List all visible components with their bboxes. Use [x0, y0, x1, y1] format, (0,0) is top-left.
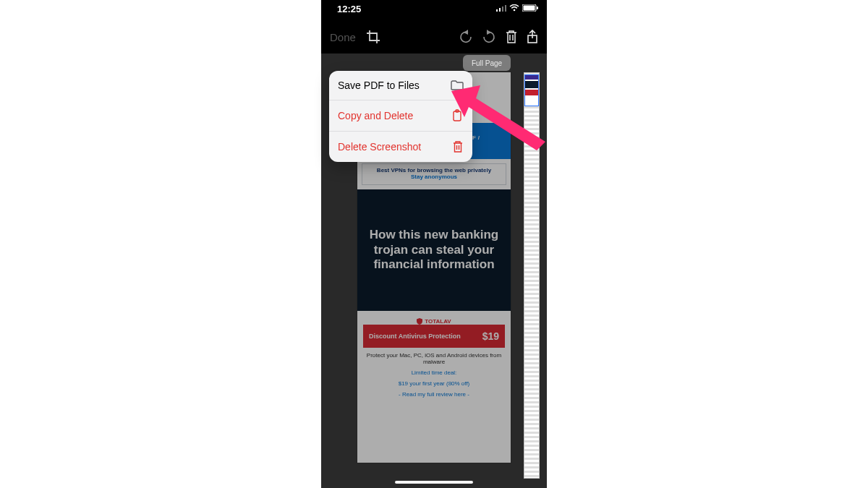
ad-label: Discount Antivirus Protection: [369, 333, 461, 341]
menu-copy-delete-label: Copy and Delete: [338, 110, 413, 121]
menu-copy-delete[interactable]: Copy and Delete: [329, 100, 472, 132]
ad-subtext3: $19 your first year (80% off): [363, 380, 505, 387]
ad-tile: Discount Antivirus Protection $19: [363, 325, 505, 348]
crop-icon[interactable]: [366, 30, 380, 44]
promo-line2: Stay anonymous: [365, 174, 503, 180]
svg-rect-3: [505, 5, 506, 12]
share-icon[interactable]: [527, 30, 538, 44]
page-thumbnail-scroller[interactable]: [524, 72, 540, 479]
status-indicators: [496, 4, 538, 12]
svg-rect-2: [502, 7, 503, 12]
ad-subtext1: Protect your Mac, PC, iOS and Android de…: [363, 352, 505, 365]
ad-brand-text: TOTALAV: [425, 318, 451, 325]
svg-rect-7: [537, 7, 538, 9]
svg-point-4: [514, 9, 516, 12]
done-button[interactable]: Done: [330, 31, 356, 43]
site-promo-box: Best VPNs for browsing the web privately…: [362, 163, 506, 185]
status-time: 12:25: [337, 4, 361, 14]
cellular-icon: [496, 4, 506, 12]
tab-full-page[interactable]: Full Page: [463, 55, 511, 71]
promo-line1: Best VPNs for browsing the web privately: [365, 167, 503, 174]
page-thumbnail-rest: [524, 106, 539, 478]
battery-icon: [522, 4, 538, 12]
menu-save-pdf-label: Save PDF to Files: [338, 80, 420, 91]
wifi-icon: [509, 4, 519, 12]
svg-rect-0: [496, 9, 498, 12]
ad-price: $19: [482, 330, 499, 342]
page-thumbnail-viewport[interactable]: [524, 74, 539, 106]
menu-save-pdf[interactable]: Save PDF to Files: [329, 71, 472, 100]
tab-full-page-label: Full Page: [472, 59, 502, 67]
home-indicator[interactable]: [395, 481, 473, 484]
markup-toolbar: Done: [321, 23, 547, 51]
undo-icon[interactable]: [459, 30, 473, 44]
svg-rect-1: [499, 8, 501, 12]
ad-brand: TOTALAV: [363, 318, 505, 325]
trash-icon: [452, 140, 464, 153]
article-headline-text: How this new banking trojan can steal yo…: [362, 228, 506, 272]
svg-rect-9: [454, 111, 461, 121]
article-headline: How this new banking trojan can steal yo…: [357, 189, 511, 311]
status-bar: 12:25: [321, 0, 547, 17]
shield-icon: [417, 318, 422, 325]
ad-subtext4: - Read my full review here -: [363, 391, 505, 398]
folder-icon: [451, 80, 464, 90]
done-context-menu: Save PDF to Files Copy and Delete Delete…: [329, 71, 472, 162]
svg-rect-6: [524, 6, 535, 11]
redo-icon[interactable]: [482, 30, 496, 44]
trash-icon[interactable]: [505, 30, 518, 44]
clipboard-delete-icon: [452, 109, 464, 122]
menu-delete-screenshot-label: Delete Screenshot: [338, 141, 421, 153]
menu-delete-screenshot[interactable]: Delete Screenshot: [329, 132, 472, 162]
ad-subtext2: Limited time deal:: [363, 369, 505, 376]
